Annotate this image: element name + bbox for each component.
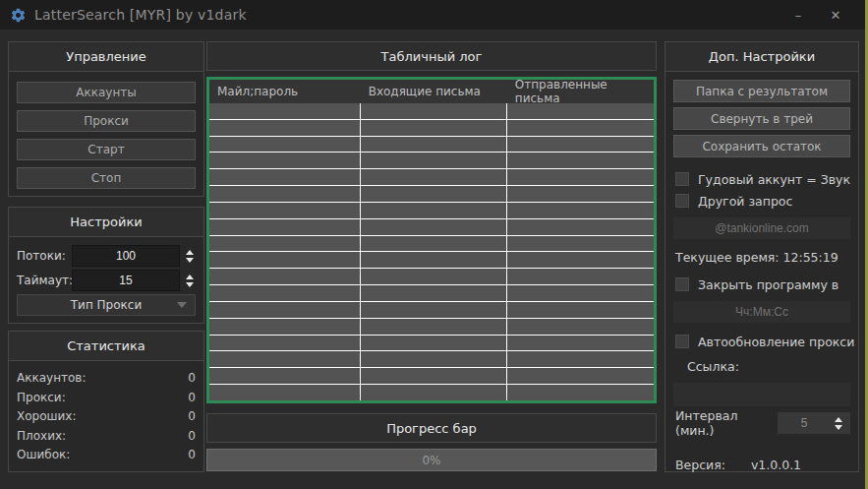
stat-label: Хороших: — [17, 409, 76, 423]
progress-header: Прогресс бар — [206, 413, 657, 443]
timeout-input[interactable] — [72, 270, 180, 291]
start-button[interactable]: Старт — [17, 139, 196, 160]
interval-spinner[interactable] — [831, 417, 846, 430]
close-time-input[interactable] — [673, 301, 850, 323]
stat-value: 0 — [188, 371, 196, 385]
save-remainder-button[interactable]: Сохранить остаток — [673, 135, 850, 157]
spin-up-icon[interactable] — [186, 275, 194, 279]
table-cell — [507, 120, 654, 136]
table-cell — [507, 351, 654, 367]
stat-errors: Ошибок: 0 — [17, 448, 196, 461]
table-cell — [361, 319, 507, 335]
table-cell — [209, 186, 361, 202]
timeout-label: Таймаут: — [17, 274, 72, 287]
column-header-mail[interactable]: Майл;пароль — [209, 80, 361, 103]
table-cell — [209, 319, 361, 335]
column-header-inbox[interactable]: Входящие письма — [361, 80, 507, 103]
spin-down-icon[interactable] — [186, 282, 194, 287]
window-controls: – ✕ — [789, 8, 858, 23]
sound-checkbox-row[interactable]: Гудовый аккунт = Звук — [673, 170, 850, 188]
checkbox-icon[interactable] — [675, 335, 689, 348]
query-input[interactable] — [673, 217, 850, 239]
stat-value: 0 — [188, 391, 196, 404]
progress-value: 0% — [422, 454, 440, 467]
other-query-checkbox-row[interactable]: Другой запрос — [673, 192, 850, 210]
stop-button[interactable]: Стоп — [17, 167, 196, 189]
proxy-autoupdate-checkbox-row[interactable]: Автообновление прокси — [673, 333, 850, 350]
result-folder-button[interactable]: Папка с результатом — [673, 80, 850, 102]
app-window: { "window": { "title": "LatterSearch [MY… — [0, 0, 868, 489]
table-row — [209, 336, 654, 352]
close-button[interactable]: ✕ — [827, 8, 844, 23]
table-cell — [507, 169, 654, 185]
stat-proxies: Прокси: 0 — [17, 391, 196, 404]
extra-settings-body: Папка с результатом Свернуть в трей Сохр… — [665, 72, 858, 480]
minimize-button[interactable]: – — [789, 8, 807, 23]
table-row — [209, 302, 654, 319]
table-cell — [361, 120, 507, 136]
table-cell — [361, 236, 507, 252]
table-row — [209, 319, 654, 336]
checkbox-icon[interactable] — [675, 277, 689, 291]
table-cell — [361, 219, 507, 235]
table-cell — [361, 137, 507, 153]
settings-body: Потоки: Таймаут: Тип Прокси — [9, 237, 203, 324]
table-row — [209, 285, 654, 302]
minimize-to-tray-button[interactable]: Свернуть в трей — [673, 107, 850, 130]
column-header-sent[interactable]: Отправленные письма — [507, 80, 654, 103]
checkbox-icon[interactable] — [675, 194, 689, 208]
table-cell — [507, 385, 654, 400]
link-input[interactable] — [673, 383, 850, 406]
table-cell — [361, 203, 507, 218]
table-row — [209, 153, 654, 169]
threads-input[interactable] — [72, 245, 180, 267]
spin-down-icon[interactable] — [186, 258, 194, 263]
log-table[interactable]: Майл;пароль Входящие письма Отправленные… — [206, 77, 657, 403]
version-row: Версия: v1.0.0.1 — [673, 458, 850, 472]
stat-accounts: Аккаунтов: 0 — [17, 371, 196, 385]
table-cell — [209, 351, 361, 367]
threads-spinner[interactable] — [180, 250, 196, 263]
stat-value: 0 — [188, 448, 196, 461]
proxy-button[interactable]: Прокси — [17, 110, 196, 132]
table-cell — [507, 103, 654, 119]
table-cell — [507, 269, 654, 284]
close-program-checkbox-row[interactable]: Закрыть программу в — [673, 275, 850, 293]
proxy-type-label: Тип Прокси — [71, 298, 142, 312]
interval-stepper[interactable] — [778, 412, 850, 434]
other-query-checkbox-label: Другой запрос — [698, 194, 792, 209]
table-cell — [209, 252, 361, 268]
table-cell — [507, 319, 654, 335]
table-cell — [361, 285, 507, 301]
table-cell — [209, 285, 361, 301]
timeout-spinner[interactable] — [180, 275, 196, 287]
checkbox-icon[interactable] — [675, 172, 689, 186]
statistics-panel: Статистика Аккаунтов: 0 Прокси: 0 Хороши… — [8, 331, 204, 472]
spin-up-icon[interactable] — [835, 417, 842, 422]
table-row — [209, 385, 654, 400]
stat-label: Аккаунтов: — [17, 371, 86, 385]
settings-header: Настройки — [9, 208, 203, 237]
accounts-button[interactable]: Аккаунты — [17, 82, 196, 103]
table-row — [209, 219, 654, 236]
spin-up-icon[interactable] — [186, 250, 194, 255]
progress-bar: 0% — [206, 449, 657, 471]
proxy-autoupdate-checkbox-label: Автообновление прокси — [698, 335, 854, 349]
table-cell — [361, 103, 507, 119]
close-program-checkbox-label: Закрыть программу в — [698, 277, 839, 292]
table-cell — [209, 385, 361, 400]
table-cell — [361, 302, 507, 318]
spin-down-icon[interactable] — [835, 425, 842, 430]
interval-input[interactable] — [778, 416, 831, 430]
proxy-type-dropdown[interactable]: Тип Прокси — [17, 294, 196, 316]
table-cell — [507, 153, 654, 168]
table-row — [209, 368, 654, 385]
table-cell — [209, 368, 361, 384]
table-cell — [507, 236, 654, 252]
title-bar: LatterSearch [MYR] by v1dark – ✕ — [0, 0, 868, 30]
management-header: Управление — [9, 42, 203, 72]
threads-label: Потоки: — [17, 249, 72, 263]
gear-icon — [10, 7, 27, 24]
table-cell — [507, 203, 654, 218]
statistics-body: Аккаунтов: 0 Прокси: 0 Хороших: 0 Плохих… — [9, 361, 203, 471]
